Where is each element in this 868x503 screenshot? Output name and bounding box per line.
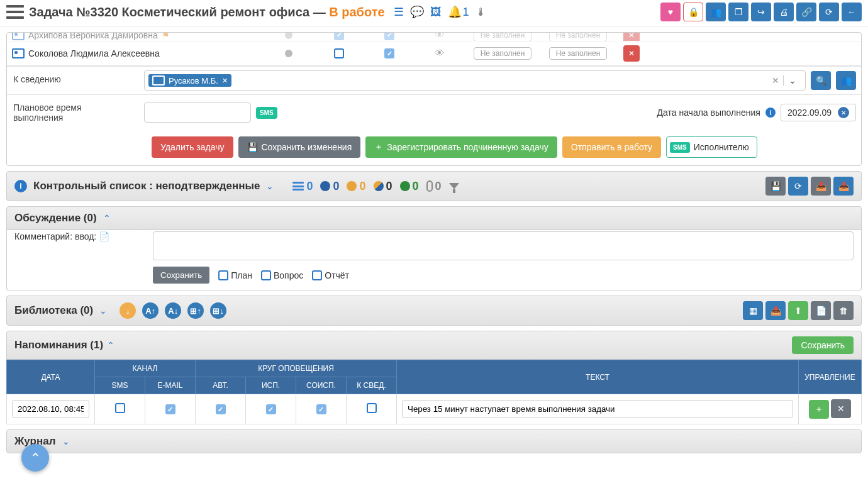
trash-button[interactable]: 🗑 — [833, 301, 854, 320]
participant-name: Соколова Людмила Алексеевна — [28, 48, 160, 58]
bell-icon[interactable]: 🔔1 — [448, 5, 469, 19]
coexec-checkbox[interactable] — [316, 404, 326, 414]
plan-checkbox[interactable]: План — [218, 270, 252, 280]
plan-time-input[interactable] — [144, 102, 251, 123]
discussion-title: Обсуждение (0) — [14, 212, 97, 224]
start-date-label: Дата начала выполнения — [657, 108, 760, 118]
library-title: Библиотека (0) — [14, 304, 93, 317]
not-filled-badge: Не заполнен — [549, 47, 608, 60]
sms-badge[interactable]: SMS — [256, 107, 277, 119]
upload-button[interactable]: ⬆ — [788, 301, 808, 320]
date-clear[interactable]: ✕ — [838, 107, 849, 118]
checkbox[interactable] — [384, 48, 394, 58]
col-circle: КРУГ ОПОВЕЩЕНИЯ — [196, 360, 397, 377]
export-icon-button[interactable]: 📤 — [811, 177, 831, 196]
refresh-icon-button[interactable]: ⟳ — [788, 177, 808, 196]
delete-row-button[interactable]: ✕ — [623, 33, 640, 41]
refresh-button[interactable]: ⟳ — [819, 3, 839, 21]
cc-tag-input[interactable]: Русаков М.Б.✕ ✕ ⌄ — [144, 70, 806, 91]
col-text: ТЕКСТ — [397, 360, 799, 394]
participant-name: Архипова Вероника Дамировна — [28, 33, 158, 40]
lib-grid-down-icon[interactable]: ⊞↓ — [210, 302, 226, 319]
chat-icon[interactable]: 💬 — [410, 5, 424, 19]
filter-icon[interactable] — [449, 183, 459, 189]
card-icon — [12, 48, 25, 58]
sms-executor-button[interactable]: SMSИсполнителю — [666, 136, 757, 158]
forward-button[interactable]: ↪ — [751, 3, 771, 21]
remove-reminder-button[interactable]: ✕ — [831, 399, 851, 418]
cc-tag[interactable]: Русаков М.Б.✕ — [148, 74, 231, 87]
chevron-down-icon[interactable]: ⌄ — [266, 181, 274, 191]
chevron-down-icon[interactable]: ⌄ — [99, 306, 107, 316]
not-filled-badge: Не заполнен — [474, 33, 532, 41]
not-filled-badge: Не заполнен — [474, 47, 532, 60]
page-title: Задача №3320 Косметический ремонт офиса … — [29, 5, 385, 19]
info-icon[interactable]: i — [14, 180, 27, 192]
grid-view-button[interactable]: ▦ — [743, 301, 763, 320]
col-date: ДАТА — [7, 360, 95, 394]
count-circle-split: 0 — [374, 180, 392, 193]
image-icon[interactable]: 🖼 — [430, 6, 442, 19]
register-subtask-button[interactable]: ＋ Зарегистрировать подчиненную задачу — [365, 136, 557, 158]
comment-input[interactable] — [153, 231, 854, 260]
print-button[interactable]: 🖨 — [774, 3, 794, 21]
import-icon-button[interactable]: 📥 — [833, 177, 854, 196]
lib-sort-asc-icon[interactable]: A↑ — [142, 302, 159, 319]
checkbox[interactable] — [334, 33, 344, 40]
tag-remove[interactable]: ✕ — [222, 77, 228, 85]
hamburger-menu[interactable] — [6, 5, 24, 19]
exec-checkbox[interactable] — [266, 404, 276, 414]
link-button[interactable]: 🔗 — [796, 3, 816, 21]
users-button[interactable]: 👥 — [706, 3, 726, 21]
document-button[interactable]: 📄 — [811, 301, 831, 320]
checkbox[interactable] — [334, 48, 344, 58]
send-to-work-button[interactable]: Отправить в работу — [562, 136, 661, 158]
search-user-button[interactable]: 🔍 — [811, 71, 831, 90]
thermometer-icon[interactable]: 🌡 — [476, 6, 487, 19]
export-button[interactable]: 📤 — [765, 301, 786, 320]
eye-off-icon: 👁 — [435, 33, 445, 41]
checkbox[interactable] — [384, 33, 394, 40]
reminders-title: Напоминания (1) — [14, 339, 103, 351]
count-circle-blue: 0 — [320, 180, 339, 193]
lib-sort-desc-icon[interactable]: A↓ — [165, 302, 181, 319]
sms-checkbox[interactable] — [115, 403, 125, 413]
back-button[interactable]: ← — [842, 3, 862, 21]
save-changes-button[interactable]: 💾 Сохранить изменения — [238, 136, 361, 158]
plan-time-label: Плановое время выполнения — [7, 95, 139, 130]
reminder-text-input[interactable] — [402, 400, 793, 418]
delete-row-button[interactable]: ✕ — [623, 45, 640, 62]
save-comment-button[interactable]: Сохранить — [153, 267, 209, 284]
start-date-input[interactable]: 2022.09.09 ✕ — [781, 104, 856, 121]
question-checkbox[interactable]: Вопрос — [261, 270, 303, 280]
count-thermo: 0 — [426, 180, 442, 193]
tag-clear[interactable]: ✕ — [768, 75, 783, 86]
report-checkbox[interactable]: Отчёт — [312, 270, 349, 280]
delete-task-button[interactable]: Удалить задачу — [152, 136, 233, 158]
favorite-button[interactable]: ♥ — [660, 3, 681, 21]
info-icon[interactable]: i — [765, 108, 776, 118]
checklist-title: Контрольный список : неподтвержденные — [33, 180, 260, 192]
reminder-date-input[interactable] — [12, 400, 89, 418]
email-checkbox[interactable] — [165, 404, 175, 414]
save-reminders-button[interactable]: Сохранить — [792, 336, 854, 354]
group-button[interactable]: 👥 — [836, 71, 856, 90]
list-icon[interactable]: ☰ — [394, 5, 404, 19]
cc-checkbox[interactable] — [367, 403, 377, 413]
lib-download-icon[interactable]: ↓ — [120, 302, 136, 319]
col-email: E-MAIL — [145, 377, 196, 394]
chevron-up-icon[interactable]: ⌃ — [103, 213, 111, 223]
chevron-down-icon[interactable]: ⌄ — [62, 436, 70, 446]
count-circle-orange: 0 — [347, 180, 365, 193]
tag-dropdown[interactable]: ⌄ — [783, 75, 801, 86]
task-status: В работе — [329, 5, 384, 19]
add-reminder-button[interactable]: ＋ — [809, 400, 829, 419]
lock-button[interactable]: 🔒 — [683, 3, 703, 21]
lib-grid-up-icon[interactable]: ⊞↑ — [187, 302, 204, 319]
col-coexec: СОИСП. — [296, 377, 347, 394]
save-icon-button[interactable]: 💾 — [765, 177, 786, 196]
chevron-up-icon[interactable]: ⌃ — [107, 340, 114, 350]
count-circle-green: 0 — [400, 180, 419, 193]
auth-checkbox[interactable] — [216, 404, 226, 414]
copy-button[interactable]: ❐ — [728, 3, 748, 21]
